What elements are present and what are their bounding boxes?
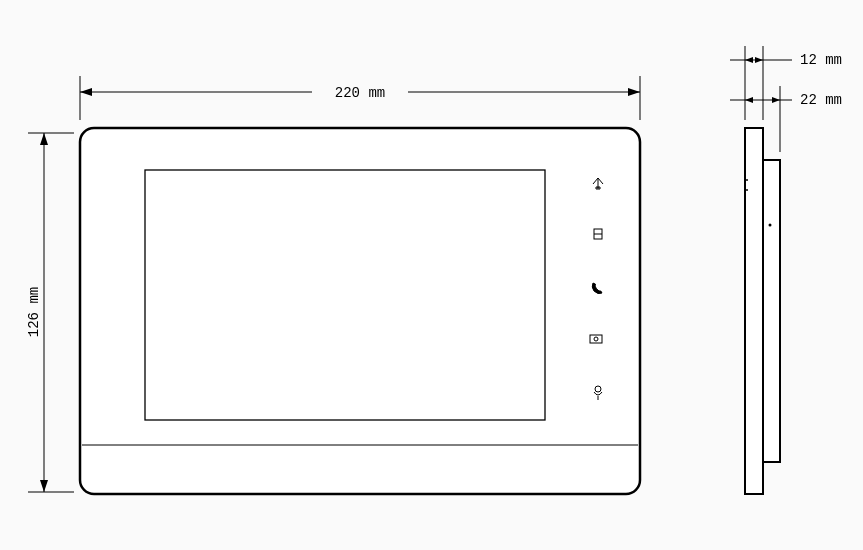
side-hole [769, 224, 772, 227]
dimension-height-label: 126 mm [26, 287, 42, 337]
svg-rect-14 [745, 128, 763, 494]
dimension-width-label: 220 mm [335, 85, 385, 101]
dimension-depth-outer: 12 mm [730, 46, 842, 120]
svg-rect-15 [763, 160, 780, 462]
dimension-depth-outer-label: 12 mm [800, 52, 842, 68]
dimension-depth-total-label: 22 mm [800, 92, 842, 108]
front-view [80, 128, 640, 494]
side-view [744, 128, 780, 494]
dimension-width: 220 mm [80, 76, 640, 120]
dimension-drawing: 220 mm 126 mm [0, 0, 863, 550]
dimension-height: 126 mm [26, 133, 74, 492]
svg-rect-7 [80, 128, 640, 494]
